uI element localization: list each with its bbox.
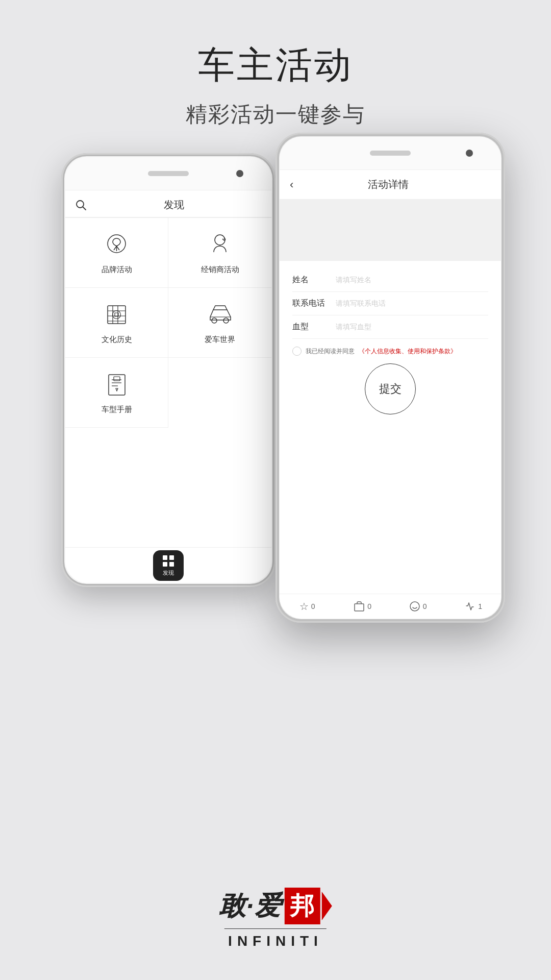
- svg-line-1: [83, 207, 86, 210]
- svg-point-9: [113, 311, 121, 319]
- manual-icon: [103, 371, 131, 399]
- phones-container: 发现 品牌活动: [46, 133, 505, 694]
- svg-rect-22: [355, 604, 364, 611]
- brand-label: 品牌活动: [102, 265, 132, 275]
- checkbox-text: 我已经阅读并同意: [306, 347, 355, 356]
- checkbox-link[interactable]: 《个人信息收集、使用和保护条款》: [359, 347, 457, 356]
- search-icon[interactable]: [76, 200, 87, 211]
- discover-bottom-nav: 发现: [65, 547, 271, 583]
- culture-icon: [103, 301, 131, 329]
- svg-rect-18: [163, 555, 167, 560]
- brand-icon: [103, 231, 131, 259]
- manual-label: 车型手册: [102, 405, 132, 414]
- grid-icon: [161, 554, 176, 568]
- svg-rect-19: [169, 555, 174, 560]
- discover-item-brand[interactable]: 品牌活动: [65, 218, 168, 288]
- like-icon: [464, 601, 475, 612]
- sub-title: 精彩活动一键参与: [0, 100, 551, 129]
- footer-star[interactable]: ☆ 0: [280, 600, 335, 612]
- form-row-name: 姓名 请填写姓名: [292, 268, 488, 292]
- svg-rect-13: [109, 375, 125, 395]
- comment-count: 0: [423, 602, 427, 610]
- svg-point-11: [223, 318, 229, 323]
- svg-point-10: [212, 318, 217, 323]
- footer-share[interactable]: 0: [335, 600, 391, 612]
- logo-red-char: 邦: [285, 888, 320, 924]
- logo-chinese-text: 敢·爱 邦: [219, 888, 332, 924]
- culture-label: 文化历史: [102, 335, 132, 345]
- phone-input[interactable]: 请填写联系电话: [336, 299, 488, 308]
- discover-item-culture[interactable]: 文化历史: [65, 288, 168, 358]
- front-phone-hardware: [280, 137, 501, 170]
- main-title: 车主活动: [0, 41, 551, 90]
- activity-image: [280, 200, 501, 261]
- svg-rect-20: [163, 562, 167, 567]
- discover-grid: 品牌活动 经销商活动: [65, 217, 271, 428]
- blood-input[interactable]: 请填写血型: [336, 323, 488, 332]
- discover-bottom-button[interactable]: 发现: [153, 550, 184, 581]
- activity-footer: ☆ 0 0: [280, 594, 501, 619]
- svg-rect-21: [169, 562, 174, 567]
- comment-icon: [409, 601, 420, 612]
- star-count: 0: [311, 602, 315, 610]
- activity-title: 活动详情: [298, 178, 478, 191]
- form-row-phone: 联系电话 请填写联系电话: [292, 292, 488, 315]
- footer-comment[interactable]: 0: [390, 600, 446, 612]
- footer-like[interactable]: 1: [446, 600, 502, 612]
- like-count: 1: [478, 602, 482, 610]
- front-speaker: [370, 151, 411, 156]
- bottom-nav-label: 发现: [163, 569, 174, 577]
- logo-divider: [224, 928, 327, 929]
- front-phone: ‹ 活动详情 姓名 请填写姓名 联系电话 请填写联系电话: [276, 133, 505, 623]
- activity-form: 姓名 请填写姓名 联系电话 请填写联系电话 血型 请填写血型 我已经阅读并: [280, 261, 501, 594]
- name-label: 姓名: [292, 275, 328, 285]
- share-count: 0: [367, 602, 371, 610]
- activity-header: ‹ 活动详情: [280, 170, 501, 200]
- logo-flag-shape: [322, 892, 332, 920]
- car-label: 爱车世界: [205, 335, 235, 345]
- bottom-logo: 敢·爱 邦 INFINITI: [219, 888, 332, 950]
- discover-item-manual[interactable]: 车型手册: [65, 358, 168, 428]
- star-icon: ☆: [299, 600, 309, 612]
- svg-point-23: [410, 602, 419, 611]
- svg-rect-17: [114, 377, 120, 381]
- phone-label: 联系电话: [292, 298, 328, 309]
- form-row-blood: 血型 请填写血型: [292, 315, 488, 339]
- activity-screen: ‹ 活动详情 姓名 请填写姓名 联系电话 请填写联系电话: [280, 170, 501, 619]
- dealer-label: 经销商活动: [201, 265, 239, 275]
- name-input[interactable]: 请填写姓名: [336, 276, 488, 285]
- discover-title: 发现: [87, 198, 261, 212]
- front-phone-inner: ‹ 活动详情 姓名 请填写姓名 联系电话 请填写联系电话: [280, 137, 501, 619]
- discover-item-car[interactable]: 爱车世界: [168, 288, 271, 358]
- back-phone-inner: 发现 品牌活动: [65, 157, 271, 583]
- share-icon: [354, 601, 365, 612]
- logo-brand-name: INFINITI: [219, 933, 332, 949]
- back-icon[interactable]: ‹: [290, 178, 293, 191]
- header-area: 车主活动 精彩活动一键参与: [0, 0, 551, 129]
- discover-item-dealer[interactable]: 经销商活动: [168, 218, 271, 288]
- checkbox[interactable]: [292, 347, 302, 356]
- car-icon: [206, 301, 234, 329]
- blood-label: 血型: [292, 322, 328, 332]
- back-camera: [236, 170, 243, 177]
- discover-header: 发现: [65, 190, 271, 217]
- back-phone: 发现 品牌活动: [61, 153, 276, 587]
- submit-label: 提交: [379, 381, 402, 397]
- back-speaker: [148, 171, 189, 176]
- discover-screen: 发现 品牌活动: [65, 190, 271, 583]
- checkbox-row: 我已经阅读并同意 《个人信息收集、使用和保护条款》: [292, 347, 488, 356]
- submit-button[interactable]: 提交: [365, 363, 416, 414]
- back-phone-hardware: [65, 157, 271, 190]
- front-camera: [466, 150, 473, 157]
- dealer-icon: [206, 231, 234, 259]
- logo-text-part1: 敢·爱: [219, 888, 282, 924]
